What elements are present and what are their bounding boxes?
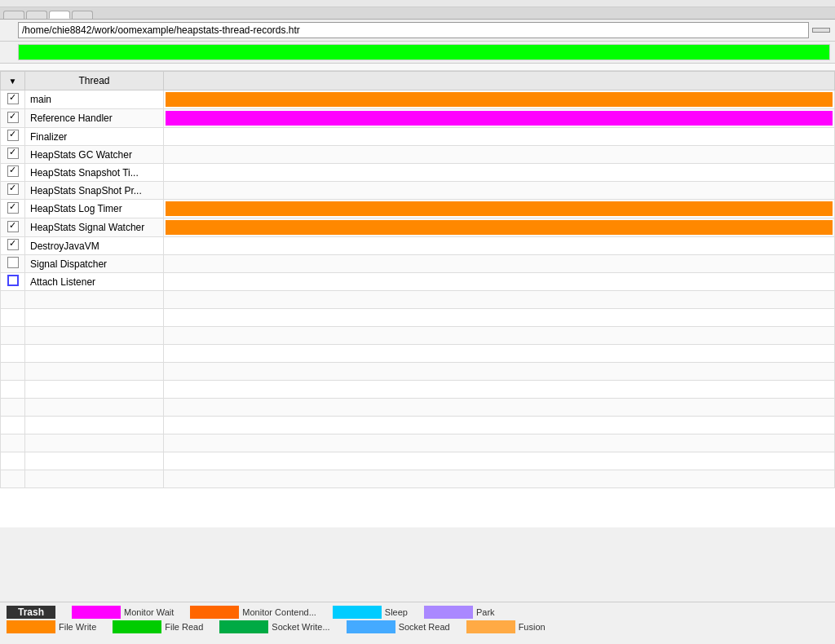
checkbox-cell[interactable] [1,109,25,128]
tab-log-data[interactable] [3,11,24,19]
checkbox-checked[interactable] [7,130,19,141]
legend-item: Sleep [333,606,408,619]
legend: TrashMonitor WaitMonitor Contend...Sleep… [0,602,835,644]
timeline-cell [164,200,835,218]
menu-file[interactable] [3,2,13,5]
thread-header: Thread [25,72,164,90]
legend-color-box [466,620,515,633]
checkbox-cell[interactable] [1,309,25,327]
checkbox-cell[interactable] [1,291,25,309]
table-row [1,434,835,452]
checkbox-unchecked[interactable] [7,257,19,268]
timeline-header [164,72,835,90]
table-row: HeapStats GC Watcher [1,146,835,164]
timeline-cell [164,399,835,417]
menu-option[interactable] [23,2,33,5]
thread-name-cell [25,434,164,452]
timeline-cell [164,363,835,381]
tab-bar [0,7,835,20]
checkbox-checked[interactable] [7,221,19,232]
table-row [1,399,835,417]
thread-activity-bar [166,220,833,235]
thread-name-cell: DestroyJavaVM [25,237,164,255]
legend-label: Sleep [385,607,408,617]
table-row: main [1,90,835,109]
timeline-cell [164,109,835,128]
tab-jvmlive[interactable] [72,11,93,19]
table-row: Reference Handler [1,109,835,128]
checkbox-cell[interactable] [1,452,25,470]
timeline-cell [164,255,835,273]
checkbox-cell[interactable] [1,327,25,345]
thread-name-cell [25,417,164,434]
checkbox-cell[interactable] [1,417,25,434]
timeline-cell [164,164,835,182]
checkbox-cell[interactable] [1,363,25,381]
checkbox-cell[interactable] [1,345,25,363]
checkbox-cell[interactable] [1,470,25,488]
table-row: Finalizer [1,128,835,146]
file-row [0,20,835,42]
timeline-cell [164,182,835,200]
tab-thread-recorder[interactable] [49,11,70,19]
thread-name-cell [25,399,164,417]
checkbox-checked[interactable] [7,112,19,123]
timeline-cell [164,146,835,164]
checkbox-cell[interactable] [1,146,25,164]
timeline-cell [164,273,835,291]
thread-name-cell: HeapStats Snapshot Ti... [25,164,164,182]
legend-label: Park [476,607,495,617]
checkbox-cell[interactable] [1,381,25,399]
thread-name-cell [25,381,164,399]
thread-name-cell: Reference Handler [25,109,164,128]
thread-activity-bar [166,111,833,126]
checkbox-checked[interactable] [7,93,19,104]
time-bar-container[interactable] [18,44,830,60]
legend-item: Monitor Wait [72,606,174,619]
timeline-cell [164,291,835,309]
checkbox-checked[interactable] [7,165,19,177]
table-row [1,327,835,345]
thread-activity-bar [166,201,833,216]
checkbox-cell[interactable] [1,90,25,109]
thread-name-cell: HeapStats GC Watcher [25,146,164,164]
checkbox-cell[interactable] [1,273,25,291]
checkbox-checked[interactable] [7,183,19,195]
checkbox-cell[interactable] [1,182,25,200]
checkbox-cell[interactable] [1,218,25,237]
checkbox-blue[interactable] [7,275,19,286]
thread-name-cell [25,291,164,309]
thread-activity-bar [166,92,833,107]
file-path-input[interactable] [18,22,809,38]
checkbox-cell[interactable] [1,164,25,182]
ok-button[interactable] [812,28,830,33]
legend-label: Socket Write... [272,622,329,632]
checkbox-cell[interactable] [1,237,25,255]
legend-row-1: TrashMonitor WaitMonitor Contend...Sleep… [7,606,828,619]
timeline-cell [164,452,835,470]
sort-header[interactable]: ▼ [1,72,25,90]
checkbox-checked[interactable] [7,202,19,214]
table-row: HeapStats SnapShot Pr... [1,182,835,200]
checkbox-cell[interactable] [1,255,25,273]
legend-item: File Read [113,620,203,633]
timeline-cell [164,345,835,363]
checkbox-cell[interactable] [1,434,25,452]
menu-help[interactable] [42,2,52,5]
thread-name-cell [25,327,164,345]
checkbox-cell[interactable] [1,200,25,218]
checkbox-checked[interactable] [7,239,19,250]
checkbox-checked[interactable] [7,148,19,159]
tab-snapshot-data[interactable] [26,11,47,19]
checkbox-cell[interactable] [1,128,25,146]
thread-name-cell [25,345,164,363]
table-row: HeapStats Snapshot Ti... [1,164,835,182]
checkbox-cell[interactable] [1,399,25,417]
legend-color-box [219,620,268,633]
table-row: HeapStats Signal Watcher [1,218,835,237]
table-row: DestroyJavaVM [1,237,835,255]
thread-name-cell [25,452,164,470]
thread-table-container: ▼ Thread mainReference HandlerFinalizerH… [0,71,835,527]
table-row: Signal Dispatcher [1,255,835,273]
table-row: Attach Listener [1,273,835,291]
